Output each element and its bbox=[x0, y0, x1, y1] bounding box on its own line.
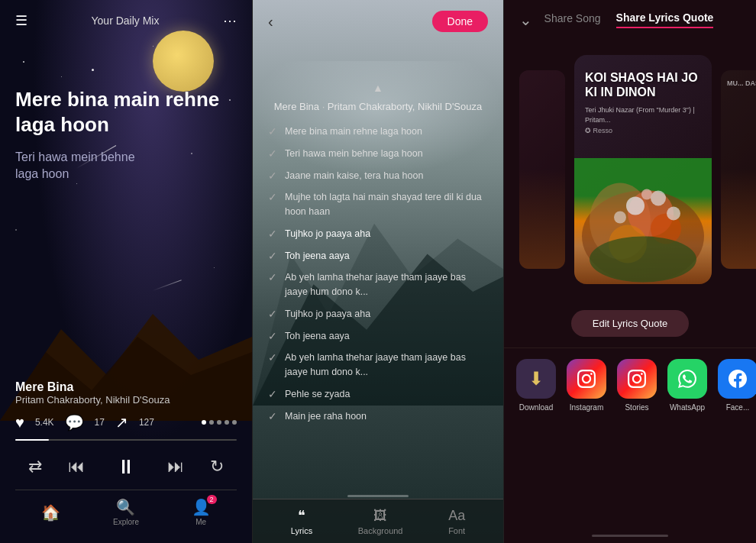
svg-point-10 bbox=[626, 197, 645, 215]
playback-controls: ⇄ ⏮ ⏸ ⏭ ↻ bbox=[15, 451, 237, 482]
svg-point-9 bbox=[590, 237, 696, 283]
share-options-row: ⬇ Download Instagram Stories bbox=[504, 347, 756, 422]
explore-icon: 🔍 bbox=[116, 498, 135, 516]
list-item: ✓ Main jee raha hoon bbox=[268, 406, 488, 427]
card-side-text: Mu... das... bbox=[727, 79, 756, 87]
chevron-down-icon[interactable]: ⌄ bbox=[519, 11, 532, 29]
prev-icon[interactable]: ⏮ bbox=[68, 457, 85, 477]
tab-background[interactable]: 🖼 Background bbox=[358, 508, 403, 535]
panel2-song-name: Mere Bina · Pritam Chakraborty, Nikhil D… bbox=[274, 101, 482, 112]
scroll-indicator bbox=[347, 495, 409, 497]
repeat-icon[interactable]: ↻ bbox=[210, 457, 224, 477]
svg-point-12 bbox=[614, 212, 626, 224]
instagram-label: Instagram bbox=[570, 403, 603, 412]
panel-now-playing: ☰ Your Daily Mix ⋯ Mere bina main rehne … bbox=[0, 0, 252, 543]
song-header: Mere Bina · Pritam Chakraborty, Nikhil D… bbox=[253, 99, 503, 121]
back-button[interactable]: ‹ bbox=[268, 13, 273, 31]
bottom-nav: 🏠 🔍 Explore 👤 2 Me bbox=[15, 490, 237, 531]
header: ☰ Your Daily Mix ⋯ bbox=[0, 0, 252, 41]
share-option-download[interactable]: ⬇ Download bbox=[516, 359, 556, 412]
panel-share: ⌄ Share Song Share Lyrics Quote bbox=[504, 0, 756, 543]
share-option-instagram[interactable]: Instagram bbox=[567, 359, 606, 412]
panel2-footer: ❝ Lyrics 🖼 Background Aa Font bbox=[253, 499, 503, 543]
whatsapp-icon bbox=[667, 359, 707, 399]
instagram-icon bbox=[567, 359, 606, 399]
comment-count: 17 bbox=[95, 417, 105, 428]
card-song-info: Teri Jhuki Nazar (From "Murder 3") | Pri… bbox=[585, 105, 701, 124]
list-item: ✓ Pehle se zyada bbox=[268, 383, 488, 406]
download-icon: ⬇ bbox=[516, 359, 556, 399]
facebook-icon bbox=[718, 359, 756, 399]
done-button[interactable]: Done bbox=[432, 11, 488, 32]
share-tabs: Share Song Share Lyrics Quote bbox=[544, 11, 714, 28]
panel3-scroll-indicator bbox=[592, 535, 668, 537]
share-count: 127 bbox=[139, 417, 154, 428]
card-left-side bbox=[519, 70, 565, 269]
share-cards: KOI SHAQS HAI JO KI IN DINON Teri Jhuki … bbox=[504, 40, 756, 299]
shuffle-icon[interactable]: ⇄ bbox=[28, 457, 42, 477]
list-item: ✓ Tujhko jo paaya aha bbox=[268, 303, 488, 325]
progress-fill bbox=[15, 439, 49, 441]
card-flowers-bg bbox=[574, 158, 712, 284]
share-icon[interactable]: ↗ bbox=[115, 413, 128, 431]
home-nav-item[interactable]: 🏠 bbox=[41, 503, 60, 522]
svg-point-13 bbox=[667, 207, 680, 221]
explore-label: Explore bbox=[113, 518, 139, 526]
card-text-content: KOI SHAQS HAI JO KI IN DINON Teri Jhuki … bbox=[585, 70, 701, 134]
background-tab-icon: 🖼 bbox=[373, 508, 387, 524]
card-app-logo: ✪ Resso bbox=[585, 127, 701, 134]
playlist-title: Your Daily Mix bbox=[92, 15, 160, 27]
next-icon[interactable]: ⏭ bbox=[167, 457, 184, 477]
share-option-facebook[interactable]: Face... bbox=[718, 359, 756, 412]
more-icon[interactable]: ⋯ bbox=[223, 12, 237, 29]
song-artist: Pritam Chakraborty, Nikhil D'Souza bbox=[15, 394, 237, 406]
list-item: ✓ Mujhe toh lagta hai main shayad tere d… bbox=[268, 186, 488, 223]
menu-icon[interactable]: ☰ bbox=[15, 12, 27, 29]
whatsapp-label: WhatsApp bbox=[670, 403, 705, 412]
card-quote: KOI SHAQS HAI JO KI IN DINON bbox=[585, 70, 701, 99]
stories-icon bbox=[617, 359, 657, 399]
share-option-whatsapp[interactable]: WhatsApp bbox=[667, 359, 707, 412]
list-item: ✓ Teri hawa mein behne laga hoon bbox=[268, 143, 488, 165]
pause-button[interactable]: ⏸ bbox=[111, 451, 141, 482]
me-nav-item[interactable]: 👤 2 Me bbox=[192, 498, 211, 526]
download-label: Download bbox=[519, 403, 553, 412]
svg-point-11 bbox=[651, 191, 666, 206]
progress-dots bbox=[202, 420, 237, 425]
edit-lyrics-quote-button[interactable]: Edit Lyrics Quote bbox=[571, 310, 690, 337]
like-count: 5.4K bbox=[35, 417, 54, 428]
panel-lyrics: ‹ Done ▲ Mere Bina · Pritam Chakraborty,… bbox=[252, 0, 504, 543]
home-icon: 🏠 bbox=[41, 503, 60, 522]
facebook-label: Face... bbox=[726, 403, 750, 412]
lyrics-line-main: Mere bina main rehne laga hoon bbox=[15, 87, 237, 137]
player-controls: Mere Bina Pritam Chakraborty, Nikhil D'S… bbox=[0, 380, 252, 543]
action-row: ♥ 5.4K 💬 17 ↗ 127 bbox=[15, 413, 237, 431]
lyrics-line-sub: Teri hawa mein behne laga hoon bbox=[15, 149, 237, 183]
list-item: ✓ Tujhko jo paaya aha bbox=[268, 223, 488, 245]
tab-lyrics[interactable]: ❝ Lyrics bbox=[291, 507, 312, 535]
svg-point-14 bbox=[641, 189, 652, 200]
list-item: ✓ Toh jeena aaya bbox=[268, 245, 488, 267]
explore-nav-item[interactable]: 🔍 Explore bbox=[113, 498, 139, 526]
song-title: Mere Bina bbox=[15, 380, 237, 394]
list-item: ✓ Toh jeena aaya bbox=[268, 325, 488, 347]
font-tab-icon: Aa bbox=[448, 508, 465, 524]
me-badge: 2 bbox=[207, 495, 217, 504]
list-item: ✓ Ab yeh lamha thehar jaaye tham jaaye b… bbox=[268, 347, 488, 383]
list-item: ✓ Jaane main kaise, tera hua hoon bbox=[268, 165, 488, 187]
song-info: Mere Bina Pritam Chakraborty, Nikhil D'S… bbox=[15, 380, 237, 406]
panel2-header: ‹ Done bbox=[253, 0, 503, 43]
list-item: ✓ Mere bina main rehne laga hoon bbox=[268, 121, 488, 143]
tab-font[interactable]: Aa Font bbox=[448, 508, 465, 535]
progress-bar[interactable] bbox=[15, 439, 237, 441]
tab-share-lyrics[interactable]: Share Lyrics Quote bbox=[616, 11, 714, 28]
scroll-handle: ▲ bbox=[253, 81, 503, 95]
comment-icon[interactable]: 💬 bbox=[65, 413, 84, 431]
panel3-header: ⌄ Share Song Share Lyrics Quote bbox=[504, 0, 756, 40]
like-icon[interactable]: ♥ bbox=[15, 414, 24, 431]
list-item: ✓ Ab yeh lamha thehar jaaye tham jaaye b… bbox=[268, 267, 488, 303]
lyrics-tab-icon: ❝ bbox=[298, 507, 305, 524]
share-option-stories[interactable]: Stories bbox=[617, 359, 657, 412]
main-share-card[interactable]: KOI SHAQS HAI JO KI IN DINON Teri Jhuki … bbox=[574, 55, 712, 284]
tab-share-song[interactable]: Share Song bbox=[544, 12, 601, 27]
